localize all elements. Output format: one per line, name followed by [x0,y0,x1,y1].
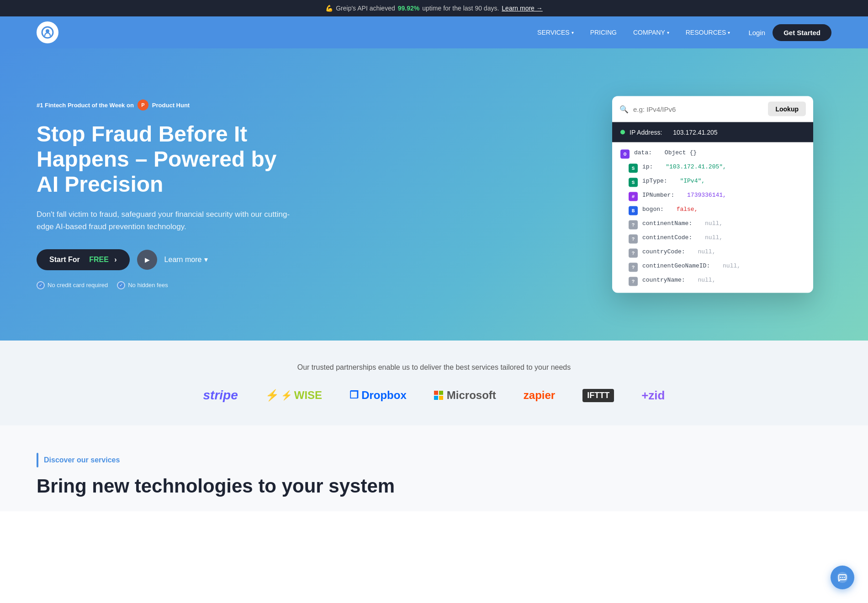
widget-search-bar: 🔍 Lookup [612,96,813,122]
widget-data-display: O data: Object {} S ip: "103.172.41.205"… [612,142,813,293]
zapier-logo: zapier [524,389,555,402]
chevron-down-icon: ▾ [204,255,208,264]
hero-title: Stop Fraud Before It Happens – Powered b… [37,121,302,197]
trust-badge-1: ✓ No credit card required [37,281,108,289]
hero-content: #1 Fintech Product of the Week on P Prod… [37,100,302,289]
navigation: SERVICES ▾ PRICING COMPANY ▾ RESOURCES ▾… [0,16,868,48]
hero-section: #1 Fintech Product of the Week on P Prod… [0,48,868,341]
chevron-down-icon: ▾ [667,30,669,35]
trust-badges: ✓ No credit card required ✓ No hidden fe… [37,281,302,289]
section-label-text: Discover our services [44,456,120,464]
data-row-root: O data: Object {} [612,147,813,161]
data-row-country-code: ? countryCode: null, [612,246,813,260]
stripe-logo: stripe [203,388,238,403]
search-icon: 🔍 [619,105,629,113]
zid-logo: +zid [641,388,665,403]
type-badge-q: ? [629,249,638,258]
partners-title: Our trusted partnerships enable us to de… [37,363,831,372]
type-badge-s: S [629,164,638,173]
nav-links: SERVICES ▾ PRICING COMPANY ▾ RESOURCES ▾ [537,29,730,36]
data-row-continent-geoname: ? continentGeoNameID: null, [612,260,813,274]
type-badge-s: S [629,178,638,187]
data-row-ipnumber: # IPNumber: 1739336141, [612,189,813,204]
api-demo-widget: 🔍 Lookup IP Address: 103.172.41.205 O da… [612,96,813,293]
chevron-down-icon: ▾ [728,30,730,35]
badge-product: Product Hunt [152,102,190,109]
type-badge-q: ? [629,277,638,286]
type-badge-q: ? [629,263,638,272]
microsoft-logo: Microsoft [434,389,496,402]
partners-section: Our trusted partnerships enable us to de… [0,341,868,425]
type-badge-q: ? [629,220,638,230]
ip-search-input[interactable] [633,105,763,113]
data-row-continent-name: ? continentName: null, [612,218,813,232]
ip-status-dot [620,130,625,135]
badge-prefix: #1 Fintech Product of the Week on [37,102,134,109]
data-row-iptype: S ipType: "IPv4", [612,175,813,189]
banner-uptime: 99.92% [398,5,419,12]
free-label: FREE [89,256,109,264]
nav-item-company[interactable]: COMPANY ▾ [633,29,669,36]
partners-logos: stripe ⚡WISE ❐ Dropbox Microsoft zapier … [37,388,831,403]
product-hunt-badge: #1 Fintech Product of the Week on P Prod… [37,100,302,110]
check-icon: ✓ [117,281,125,289]
logo[interactable] [37,21,58,43]
start-label: Start For [49,256,80,264]
top-banner: 💪 Greip's API achieved 99.92% uptime for… [0,0,868,16]
banner-icon: 💪 [325,5,333,12]
hero-subtitle: Don't fall victim to fraud, safeguard yo… [37,208,302,233]
type-badge-b: B [629,206,638,215]
login-button[interactable]: Login [748,29,765,37]
data-row-continent-code: ? continentCode: null, [612,232,813,246]
nav-item-resources[interactable]: RESOURCES ▾ [686,29,730,36]
resources-link[interactable]: RESOURCES ▾ [686,29,730,36]
services-link[interactable]: SERVICES ▾ [537,29,574,36]
section-label-bar [37,453,38,467]
type-badge-object: O [620,150,630,159]
trust-label-2: No hidden fees [128,282,168,288]
data-row-ip: S ip: "103.172.41.205", [612,161,813,175]
banner-prefix: Greip's API achieved [336,5,395,12]
data-row-bogon: B bogon: false, [612,204,813,218]
check-icon: ✓ [37,281,45,289]
data-row-country-name: ? countryName: null, [612,274,813,288]
hero-cta: Start For FREE › Learn more ▾ [37,249,302,270]
services-title: Bring new technologies to your system [37,475,831,498]
pricing-link[interactable]: PRICING [590,29,617,36]
nav-item-pricing[interactable]: PRICING [590,29,617,36]
banner-suffix: uptime for the last 90 days. [422,5,499,12]
banner-learn-more-link[interactable]: Learn more → [502,5,542,12]
ifttt-logo: IFTTT [582,389,614,402]
ip-value: 103.172.41.205 [673,129,717,136]
services-section: Discover our services Bring new technolo… [0,425,868,511]
trust-badge-2: ✓ No hidden fees [117,281,168,289]
trust-label-1: No credit card required [48,282,108,288]
section-label: Discover our services [37,453,831,467]
ip-label: IP Address: [630,129,662,136]
learn-more-button[interactable]: Learn more ▾ [164,255,208,264]
nav-actions: Login Get Started [748,24,831,41]
company-link[interactable]: COMPANY ▾ [633,29,669,36]
logo-circle [37,21,58,43]
ip-address-header: IP Address: 103.172.41.205 [612,122,813,142]
product-hunt-icon: P [138,100,148,110]
start-free-button[interactable]: Start For FREE › [37,249,130,270]
wise-logo: ⚡WISE [265,389,322,402]
chevron-down-icon: ▾ [572,30,574,35]
nav-item-services[interactable]: SERVICES ▾ [537,29,574,36]
dropbox-logo: ❐ Dropbox [349,389,407,402]
lookup-button[interactable]: Lookup [768,102,806,116]
get-started-button[interactable]: Get Started [773,24,831,41]
type-badge-q: ? [629,235,638,244]
play-button[interactable] [137,250,157,270]
type-badge-hash: # [629,192,638,201]
